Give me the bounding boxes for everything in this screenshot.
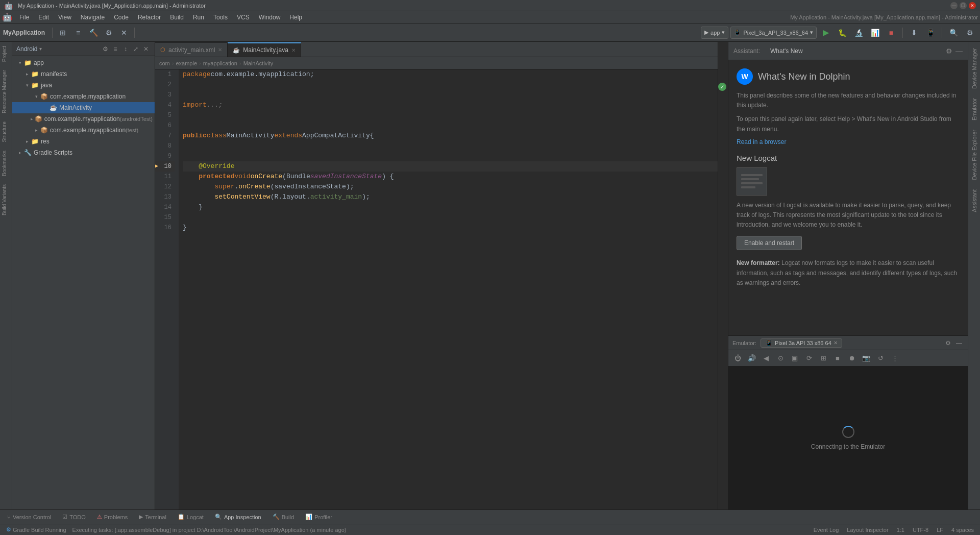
toolbar-sync-btn[interactable]: ≡ [71, 26, 85, 40]
emu-recent-btn[interactable]: ▣ [789, 352, 801, 364]
tree-item-mainactivity[interactable]: ▸ ☕ MainActivity [12, 102, 155, 113]
emu-rotate-btn[interactable]: ⟳ [803, 352, 815, 364]
bottom-tab-logcat[interactable]: 📋 Logcat [174, 512, 208, 522]
menu-refactor[interactable]: Refactor [134, 13, 165, 22]
emu-back-btn[interactable]: ◀ [760, 352, 772, 364]
left-tab-bookmarks[interactable]: Bookmarks [0, 147, 12, 180]
project-panel-settings-btn[interactable]: ⚙ [101, 44, 110, 54]
emu-power-btn[interactable]: ⏻ [731, 352, 744, 364]
emu-fold-btn[interactable]: ⊞ [817, 352, 829, 364]
enable-restart-button[interactable]: Enable and restart [737, 236, 802, 250]
menu-vcs[interactable]: VCS [233, 13, 254, 22]
close-button[interactable]: ✕ [969, 2, 976, 9]
tab-mainactivity-java[interactable]: ☕ MainActivity.java ✕ [228, 42, 301, 57]
tree-item-pkg-test[interactable]: ▸ 📦 com.example.myapplication (test) [12, 125, 155, 136]
right-tab-emulator[interactable]: Emulator [969, 94, 979, 125]
project-panel-expand-btn[interactable]: ⤢ [131, 44, 140, 54]
right-panel-gear-icon[interactable]: ⚙ [946, 47, 952, 55]
tab-close-xml[interactable]: ✕ [218, 47, 222, 53]
menu-build[interactable]: Build [166, 13, 188, 22]
code-editor[interactable]: 1 2 3 4 5 6 7 8 9 ▶ 10 11 12 13 14 15 16 [155, 69, 718, 509]
code-content[interactable]: package com.example.myapplication; impor… [179, 69, 718, 509]
menu-code[interactable]: Code [110, 13, 133, 22]
left-tab-resource[interactable]: Resource Manager [0, 66, 12, 117]
bottom-tab-version-control[interactable]: ⑂ Version Control [3, 512, 55, 522]
menu-edit[interactable]: Edit [34, 13, 53, 22]
emulator-device-tab[interactable]: 📱 Pixel 3a API 33 x86 64 ✕ [761, 338, 842, 348]
status-build[interactable]: ⚙ Gradle Build Running [4, 526, 68, 533]
toolbar-hammer-btn[interactable]: 🔨 [86, 26, 101, 40]
tree-item-pkg-main[interactable]: ▾ 📦 com.example.myapplication [12, 91, 155, 102]
bottom-tab-todo[interactable]: ☑ TODO [58, 512, 90, 522]
menu-file[interactable]: File [15, 13, 33, 22]
right-panel-minus-icon[interactable]: — [955, 47, 963, 55]
emu-home-btn[interactable]: ⊙ [774, 352, 787, 364]
emu-stop-btn[interactable]: ■ [831, 352, 844, 364]
minimize-button[interactable]: — [950, 2, 958, 9]
toolbar-project-btn[interactable]: ⊞ [56, 26, 70, 40]
project-panel-gear-btn[interactable]: ≡ [111, 44, 120, 54]
status-indent[interactable]: 4 spaces [949, 527, 976, 533]
read-in-browser-link[interactable]: Read in a browser [737, 138, 960, 145]
emulator-minimize-icon[interactable]: — [954, 338, 964, 348]
avd-manager-btn[interactable]: 📱 [923, 26, 938, 40]
tree-item-pkg-androidtest[interactable]: ▸ 📦 com.example.myapplication (androidTe… [12, 113, 155, 125]
status-encoding[interactable]: UTF-8 [911, 527, 930, 533]
maximize-button[interactable]: ☐ [960, 2, 967, 9]
tree-item-manifests[interactable]: ▸ 📁 manifests [12, 68, 155, 80]
left-tab-build-variants[interactable]: Build Variants [0, 180, 12, 220]
tree-item-gradle[interactable]: ▸ 🔧 Gradle Scripts [12, 147, 155, 158]
emu-more-btn[interactable]: ⋮ [889, 352, 901, 364]
bottom-tab-app-inspection[interactable]: 🔍 App Inspection [211, 512, 265, 522]
tree-item-res[interactable]: ▸ 📁 res [12, 136, 155, 147]
breadcrumb-mainactivity[interactable]: MainActivity [243, 60, 274, 66]
menu-window[interactable]: Window [255, 13, 285, 22]
toolbar-close-panel-btn[interactable]: ✕ [117, 26, 131, 40]
status-line-sep[interactable]: LF [935, 527, 945, 533]
tree-item-app[interactable]: ▾ 📁 app [12, 57, 155, 68]
menu-view[interactable]: View [54, 13, 76, 22]
breadcrumb-example[interactable]: example [176, 60, 197, 66]
bottom-tab-build[interactable]: 🔨 Build [268, 512, 298, 522]
stop-button[interactable]: ■ [884, 26, 898, 40]
project-panel-close-btn[interactable]: ✕ [141, 44, 151, 54]
run-button[interactable]: ▶ [819, 26, 833, 40]
breadcrumb-com[interactable]: com [159, 60, 170, 66]
emu-replay-btn[interactable]: ↺ [874, 352, 887, 364]
emulator-tab-close[interactable]: ✕ [834, 340, 838, 346]
left-tab-project[interactable]: Project [0, 42, 12, 66]
tab-activity-main-xml[interactable]: ⬡ activity_main.xml ✕ [155, 42, 228, 57]
sdk-manager-btn[interactable]: ⬇ [907, 26, 921, 40]
search-btn[interactable]: 🔍 [946, 26, 961, 40]
toolbar-settings-btn[interactable]: ⚙ [102, 26, 116, 40]
device-combo[interactable]: 📱 Pixel_3a_API_33_x86_64 ▾ [730, 27, 817, 39]
right-tab-device-file[interactable]: Device File Explorer [969, 126, 979, 184]
app-config-combo[interactable]: ▶ app ▾ [701, 27, 728, 39]
status-position[interactable]: 1:1 [895, 527, 906, 533]
debug-button[interactable]: 🐛 [835, 26, 849, 40]
right-tab-assistant[interactable]: Assistant [969, 185, 979, 216]
bottom-tab-problems[interactable]: ⚠ Problems [93, 512, 132, 522]
profile-button[interactable]: 📊 [868, 26, 882, 40]
tree-item-java[interactable]: ▾ 📁 java [12, 80, 155, 91]
coverage-button[interactable]: 🔬 [851, 26, 866, 40]
left-tab-structure[interactable]: Structure [0, 117, 12, 147]
bottom-tab-terminal[interactable]: ▶ Terminal [135, 512, 170, 522]
emu-record-btn[interactable]: ⏺ [846, 352, 858, 364]
settings-btn2[interactable]: ⚙ [963, 26, 977, 40]
tab-close-java[interactable]: ✕ [291, 47, 296, 53]
emu-vol-up-btn[interactable]: 🔊 [746, 352, 758, 364]
menu-tools[interactable]: Tools [209, 13, 232, 22]
status-layout-inspector[interactable]: Layout Inspector [845, 527, 890, 533]
menu-help[interactable]: Help [285, 13, 306, 22]
status-event-log[interactable]: Event Log [812, 527, 841, 533]
menu-run[interactable]: Run [189, 13, 208, 22]
project-panel-sort-btn[interactable]: ↕ [121, 44, 130, 54]
right-tab-device-manager[interactable]: Device Manager [969, 44, 979, 93]
breadcrumb-myapplication[interactable]: myapplication [203, 60, 237, 66]
emulator-settings-icon[interactable]: ⚙ [943, 338, 952, 348]
emu-screenshot-btn[interactable]: 📷 [860, 352, 872, 364]
whats-new-tab[interactable]: What's New [766, 45, 807, 57]
bottom-tab-profiler[interactable]: 📊 Profiler [301, 512, 336, 522]
menu-navigate[interactable]: Navigate [77, 13, 109, 22]
